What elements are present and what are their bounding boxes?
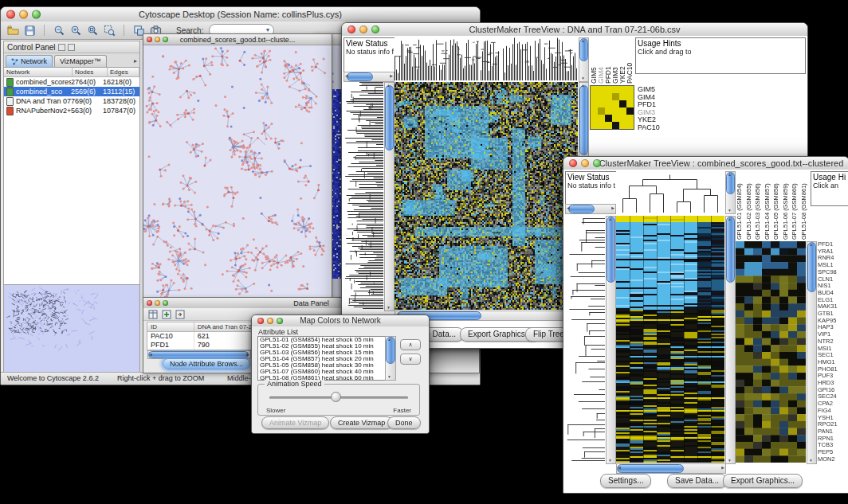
tv1-heatmap[interactable] <box>395 82 578 310</box>
close-icon[interactable] <box>569 159 577 167</box>
animate-vizmap-button[interactable]: Animate Vizmap <box>261 416 329 429</box>
network-row[interactable]: DNA and Tran 07769(0)183728(0) <box>4 96 139 106</box>
network-graph-canvas[interactable] <box>143 45 330 298</box>
frame-minimize-icon[interactable] <box>155 300 160 306</box>
move-down-button[interactable]: ∨ <box>400 354 421 365</box>
frame-maximize-icon[interactable] <box>163 300 168 306</box>
tv2-row-scrollbar[interactable]: ▲▼ <box>606 216 616 464</box>
tv1-zoom-cell[interactable] <box>605 122 612 129</box>
tab-network[interactable]: Network <box>6 55 53 67</box>
scrollbar-thumb[interactable] <box>607 217 615 283</box>
minimize-icon[interactable] <box>581 159 589 167</box>
network-row[interactable]: combined_scores2764(0)16218(0) <box>4 77 139 87</box>
scrollbar-thumb[interactable] <box>148 351 249 358</box>
tv1-zoom-cell[interactable] <box>605 115 612 122</box>
tv2-zoom-scrollbar[interactable]: ▲▼ <box>807 241 817 464</box>
zoom-in-icon[interactable] <box>69 23 83 37</box>
scrollbar-arrow-icon[interactable]: ▲ <box>809 243 813 247</box>
tv1-zoom-cell[interactable] <box>598 107 605 115</box>
tv1-zoom-matrix[interactable] <box>590 85 634 130</box>
column-nodes[interactable]: Nodes <box>73 68 108 76</box>
treeview1-title-bar[interactable]: ClusterMaker TreeView : DNA and Tran 07-… <box>342 23 807 37</box>
maximize-icon[interactable] <box>593 159 601 167</box>
tv1-zoom-cell[interactable] <box>591 115 598 122</box>
tv1-zoom-cell[interactable] <box>626 86 634 93</box>
close-icon[interactable] <box>6 10 15 19</box>
maximize-icon[interactable] <box>371 25 379 33</box>
column-edges[interactable]: Edges <box>108 68 139 76</box>
tv1-zoom-cell[interactable] <box>591 86 598 93</box>
minimize-icon[interactable] <box>19 10 28 19</box>
tv2-row-dendrogram[interactable] <box>565 216 605 463</box>
tv1-zoom-cell[interactable] <box>619 115 626 122</box>
tv1-zoom-cell[interactable] <box>626 107 634 115</box>
dialog-title-bar[interactable]: Map Colors to Network <box>252 315 429 327</box>
tv2-settings-button[interactable]: Settings... <box>600 474 651 488</box>
scrollbar-arrow-icon[interactable]: ◀ <box>345 74 348 78</box>
scrollbar-arrow-icon[interactable]: ▼ <box>809 459 813 463</box>
scrollbar-thumb[interactable] <box>579 85 588 155</box>
tv1-zoom-cell[interactable] <box>598 86 605 93</box>
tv1-zoom-cell[interactable] <box>619 100 626 107</box>
minimize-icon[interactable] <box>267 318 273 324</box>
tv2-heatmap[interactable] <box>616 216 724 463</box>
tab-vizmapper[interactable]: VizMapper™ <box>54 55 107 67</box>
tv1-column-dendrogram[interactable] <box>395 37 578 80</box>
save-session-icon[interactable] <box>22 23 37 37</box>
tv2-heatmap-vscrollbar[interactable]: ▲▼ <box>725 216 736 464</box>
scrollbar-thumb[interactable] <box>807 242 816 292</box>
scrollbar-arrow-icon[interactable]: ◀ <box>567 206 570 210</box>
scrollbar-thumb[interactable] <box>617 464 684 473</box>
tv1-zoom-cell[interactable] <box>598 122 605 129</box>
tv1-zoom-cell[interactable] <box>612 93 619 100</box>
scrollbar-thumb[interactable] <box>726 217 735 283</box>
tv2-column-dendrogram[interactable] <box>616 171 724 213</box>
scrollbar-arrow-icon[interactable]: ▲ <box>581 84 585 88</box>
scrollbar-arrow-icon[interactable]: ▶ <box>721 466 724 470</box>
import-table-icon[interactable] <box>175 310 185 319</box>
tv1-zoom-cell[interactable] <box>612 115 619 122</box>
tv1-zoom-cell[interactable] <box>619 86 626 93</box>
tv1-zoom-cell[interactable] <box>591 122 598 129</box>
tv2-mini-scrollbar[interactable]: ◀▶ <box>565 204 616 214</box>
panel-close-icon[interactable] <box>68 44 75 51</box>
tv1-zoom-cell[interactable] <box>605 93 612 100</box>
network-row[interactable]: combined_sco2569(6)13112(15) <box>4 87 139 96</box>
scrollbar-thumb[interactable] <box>347 72 373 81</box>
frame-minimize-icon[interactable] <box>155 37 160 42</box>
tv1-zoom-cell[interactable] <box>598 115 605 122</box>
frame-close-icon[interactable] <box>147 300 152 306</box>
scrollbar-arrow-icon[interactable]: ▼ <box>608 459 612 463</box>
tv1-zoom-cell[interactable] <box>605 86 612 93</box>
tv1-zoom-cell[interactable] <box>619 107 626 115</box>
scrollbar-arrow-icon[interactable]: ▲ <box>728 217 732 221</box>
tv1-zoom-cell[interactable] <box>626 100 634 107</box>
zoom-out-icon[interactable] <box>52 23 66 37</box>
scrollbar-arrow-icon[interactable]: ▶ <box>611 206 614 210</box>
node-attribute-browser-button[interactable]: Node Attribute Brows... <box>163 358 250 369</box>
tv1-zoom-cell[interactable] <box>612 122 619 129</box>
open-file-icon[interactable] <box>6 23 20 37</box>
scrollbar-arrow-icon[interactable]: ▼ <box>581 76 585 80</box>
attribute-list-scrollbar[interactable]: ▲▼ <box>385 336 396 381</box>
panel-float-icon[interactable] <box>58 44 65 51</box>
tv1-mini-scrollbar[interactable]: ◀▶ <box>344 72 395 82</box>
tv1-zoom-cell[interactable] <box>626 115 634 122</box>
tv1-zoom-cell[interactable] <box>605 100 612 107</box>
network-window-title-bar[interactable]: combined_scores_good.txt--cluste... <box>143 34 332 45</box>
tv2-save-data-button[interactable]: Save Data... <box>667 474 727 488</box>
network-overview-panel[interactable] <box>4 284 139 373</box>
search-dropdown-arrow-icon[interactable]: ▼ <box>265 27 271 33</box>
scrollbar-thumb[interactable] <box>568 205 595 213</box>
minimize-icon[interactable] <box>359 25 367 33</box>
tv1-row-dendrogram[interactable] <box>344 82 383 310</box>
scrollbar-thumb[interactable] <box>385 85 394 150</box>
tv1-zoom-cell[interactable] <box>612 86 619 93</box>
scrollbar-arrow-icon[interactable]: ▲ <box>581 39 585 43</box>
close-icon[interactable] <box>347 25 355 33</box>
zoom-selected-icon[interactable] <box>102 23 116 37</box>
tv1-zoom-cell[interactable] <box>612 100 619 107</box>
maximize-icon[interactable] <box>277 318 283 324</box>
network-overview-canvas[interactable] <box>4 285 138 371</box>
tv1-column-scrollbar[interactable]: ▲▼ <box>579 37 589 82</box>
